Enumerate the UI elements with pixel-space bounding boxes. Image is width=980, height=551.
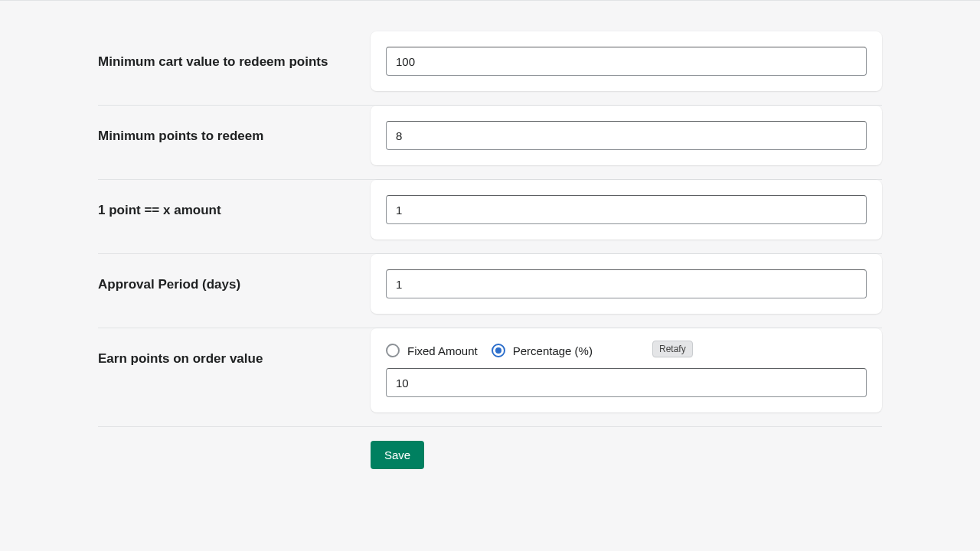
- card-point-amount: [371, 180, 882, 240]
- point-amount-input[interactable]: [386, 195, 867, 224]
- actions-row: Save: [98, 427, 882, 469]
- row-earn: Earn points on order value Fixed Amount …: [98, 328, 882, 427]
- tooltip-badge: Retafy: [652, 341, 693, 357]
- earn-value-input[interactable]: [386, 368, 867, 397]
- settings-form: Minimum cart value to redeem points Mini…: [98, 1, 882, 500]
- row-approval: Approval Period (days): [98, 254, 882, 328]
- radio-percentage-label: Percentage (%): [513, 344, 593, 357]
- earn-type-radio-group: Fixed Amount Percentage (%) Retafy: [386, 344, 867, 357]
- row-min-points: Minimum points to redeem: [98, 106, 882, 180]
- label-min-cart: Minimum cart value to redeem points: [98, 54, 371, 70]
- row-point-amount: 1 point == x amount: [98, 180, 882, 254]
- label-point-amount: 1 point == x amount: [98, 203, 371, 218]
- radio-percentage[interactable]: Percentage (%): [492, 344, 593, 357]
- approval-period-input[interactable]: [386, 269, 867, 298]
- card-min-cart: [371, 31, 882, 91]
- card-min-points: [371, 106, 882, 165]
- label-earn: Earn points on order value: [98, 351, 371, 367]
- label-approval: Approval Period (days): [98, 277, 371, 292]
- min-cart-value-input[interactable]: [386, 47, 867, 76]
- radio-icon: [386, 344, 400, 357]
- card-approval: [371, 254, 882, 314]
- radio-fixed-amount[interactable]: Fixed Amount: [386, 344, 478, 357]
- label-min-points: Minimum points to redeem: [98, 129, 371, 144]
- radio-fixed-label: Fixed Amount: [407, 344, 478, 357]
- row-min-cart: Minimum cart value to redeem points: [98, 31, 882, 106]
- min-points-input[interactable]: [386, 121, 867, 150]
- card-earn: Fixed Amount Percentage (%) Retafy: [371, 328, 882, 412]
- save-button[interactable]: Save: [371, 441, 424, 469]
- radio-icon: [492, 344, 505, 357]
